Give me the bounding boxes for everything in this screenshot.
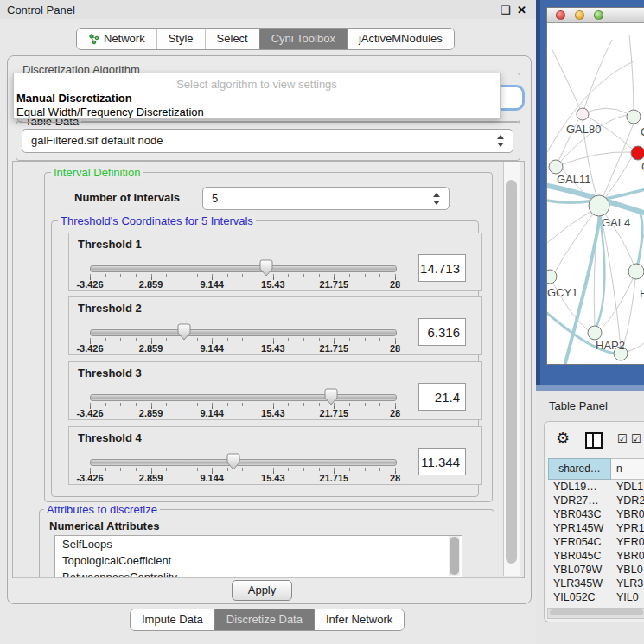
table-row[interactable]: YBR045CYBR0: [548, 549, 644, 563]
threshold-4-value-field[interactable]: 11.344: [418, 448, 466, 475]
threshold-1-slider-track[interactable]: [90, 265, 397, 272]
threshold-3-panel: Threshold 3 -3.426 2.859 9.144 15.43 21.…: [68, 361, 482, 420]
threshold-4-slider-track[interactable]: [90, 459, 397, 466]
threshold-1-label: Threshold 1: [78, 238, 142, 251]
network-window-titlebar: [547, 8, 644, 23]
checkbox-icon-a[interactable]: ☑: [617, 433, 628, 444]
list-item-selfloops[interactable]: SelfLoops: [55, 536, 462, 552]
frame-edge: [536, 0, 540, 391]
scale-label: 28: [390, 279, 400, 290]
threshold-1-panel: Threshold 1 -3.426 2.859 9.144 15.43 21.…: [68, 233, 482, 291]
threshold-3-value-field[interactable]: 21.4: [418, 383, 466, 411]
threshold-3-label: Threshold 3: [78, 367, 142, 379]
bottom-mode-tabs: Impute Data Discretize Data Infer Networ…: [130, 609, 405, 631]
tab-select[interactable]: Select: [205, 29, 259, 49]
threshold-2-slider-thumb[interactable]: [177, 323, 191, 341]
column-layout-icon[interactable]: [585, 432, 603, 449]
threshold-2-slider-track[interactable]: [90, 329, 397, 336]
attributes-group-label: Attributes to discretize: [44, 503, 160, 516]
node-label-hap2: HAP2: [596, 339, 625, 352]
numerical-attributes-label: Numerical Attributes: [49, 520, 159, 532]
close-traffic-light-icon[interactable]: [556, 10, 565, 20]
column-header-name[interactable]: n: [611, 458, 644, 480]
intervals-count-value: 5: [212, 192, 218, 205]
tab-cyni-toolbox[interactable]: Cyni Toolbox: [259, 29, 348, 49]
node-hap2[interactable]: [588, 326, 602, 340]
threshold-1-slider-thumb[interactable]: [259, 259, 273, 277]
tab-discretize-data[interactable]: Discretize Data: [214, 609, 315, 630]
table-row[interactable]: YPR145WYPR1: [548, 521, 644, 535]
algorithm-dropdown-popup: Select algorithm to view settings Manual…: [13, 73, 501, 119]
threshold-2-value-field[interactable]: 6.316: [418, 318, 466, 346]
node-gcy1[interactable]: [547, 270, 557, 284]
tab-label: Network: [104, 29, 145, 49]
dropdown-prompt-option[interactable]: Select algorithm to view settings: [14, 78, 500, 91]
control-panel-tabs: Network Style Select Cyni Toolbox jActiv…: [76, 28, 455, 50]
table-data-combobox[interactable]: galFiltered.sif default node: [22, 129, 513, 153]
threshold-2-label: Threshold 2: [78, 302, 142, 315]
table-row[interactable]: YLR345WYLR3: [548, 577, 644, 590]
threshold-4-panel: Threshold 4 -3.426 2.859 9.144 15.43 21.…: [68, 426, 482, 485]
table-row[interactable]: YBL079WYBL0: [548, 563, 644, 577]
table-row[interactable]: YBR043CYBR0: [548, 507, 644, 521]
close-icon[interactable]: ✕: [517, 4, 526, 16]
threshold-2-panel: Threshold 2 -3.426 2.859 9.144 15.43 21.…: [68, 296, 482, 355]
control-panel-titlebar: Control Panel ❑ ✕: [0, 0, 536, 19]
interval-definition-label: Interval Definition: [51, 166, 143, 179]
table-data-selected-value: galFiltered.sif default node: [31, 134, 163, 147]
table-rows: YDL19…YDL1 YDR27…YDR2 YBR043CYBR0 YPR145…: [548, 480, 644, 606]
column-header-shared[interactable]: shared…: [548, 458, 611, 480]
gear-icon[interactable]: ⚙: [556, 430, 570, 446]
node-label-gal11: GAL11: [557, 173, 591, 186]
table-row[interactable]: YDR27…YDR2: [548, 494, 644, 507]
tab-infer-network[interactable]: Infer Network: [315, 609, 404, 630]
threshold-4-slider-thumb[interactable]: [226, 453, 240, 470]
threshold-3-slider-thumb[interactable]: [324, 388, 338, 405]
table-horizontal-scrollbar[interactable]: [547, 608, 644, 619]
threshold-3-slider-track[interactable]: [90, 394, 397, 401]
apply-button[interactable]: Apply: [232, 580, 292, 601]
list-item-topologicalcoefficient[interactable]: TopologicalCoefficient: [55, 552, 462, 569]
minimize-traffic-light-icon[interactable]: [575, 10, 584, 20]
settings-scroll-area: Interval Definition Number of Intervals …: [12, 161, 525, 578]
tab-network[interactable]: Network: [77, 29, 156, 49]
node-red-selected[interactable]: [631, 146, 644, 160]
tab-impute-data[interactable]: Impute Data: [131, 609, 214, 630]
dropdown-option-manual-discretization[interactable]: Manual Discretization: [16, 92, 132, 105]
node-gal4[interactable]: [589, 195, 609, 216]
threshold-1-value-field[interactable]: 14.713: [418, 254, 466, 282]
dropdown-option-equal-width[interactable]: Equal Width/Frequency Discretization: [16, 105, 204, 118]
node-h[interactable]: [628, 264, 644, 279]
float-window-icon[interactable]: ❑: [501, 4, 511, 16]
table-panel: Table Panel ⚙ ☑ ☑ shared… n YDL19…YDL1 Y…: [536, 391, 644, 644]
number-of-intervals-spinner[interactable]: 5: [202, 187, 450, 210]
node-g[interactable]: [627, 110, 641, 124]
scale-label: 9.144: [200, 279, 224, 290]
frame-edge-bottom: [536, 385, 644, 391]
scale-label: 15.43: [261, 279, 285, 290]
node-label-g: G: [641, 125, 644, 138]
attributes-list-scrollbar[interactable]: [449, 536, 460, 576]
thresholds-group-label: Threshold's Coordinates for 5 Intervals: [58, 214, 256, 227]
settings-vertical-scrollbar[interactable]: [503, 162, 520, 576]
combo-stepper-icon: [497, 135, 505, 147]
network-icon: [88, 34, 99, 45]
zoom-traffic-light-icon[interactable]: [594, 10, 603, 20]
scrollbar-thumb[interactable]: [506, 180, 517, 564]
node-label-gal4: GAL4: [602, 216, 630, 229]
table-header-row: shared… n: [548, 458, 644, 480]
tab-style[interactable]: Style: [156, 29, 205, 49]
scale-label: 21.715: [320, 279, 349, 290]
network-canvas[interactable]: GAL80 G C GAL11 GAL4 GCY1 H HAP2: [547, 22, 644, 364]
node-gal11[interactable]: [549, 160, 563, 174]
table-panel-box: ⚙ ☑ ☑ shared… n YDL19…YDL1 YDR27…YDR2 YB…: [544, 421, 644, 622]
table-panel-title: Table Panel: [549, 399, 608, 412]
number-of-intervals-label: Number of Intervals: [74, 191, 180, 204]
node-label-gcy1: GCY1: [547, 286, 577, 299]
table-row[interactable]: YIL052CYIL0: [548, 590, 644, 604]
table-row[interactable]: YER054CYER0: [548, 535, 644, 549]
table-row[interactable]: YDL19…YDL1: [548, 480, 644, 494]
tab-jactivemnodules[interactable]: jActiveMNodules: [348, 29, 454, 49]
node-gal80[interactable]: [577, 108, 589, 120]
checkbox-icon-b[interactable]: ☑: [631, 433, 641, 444]
